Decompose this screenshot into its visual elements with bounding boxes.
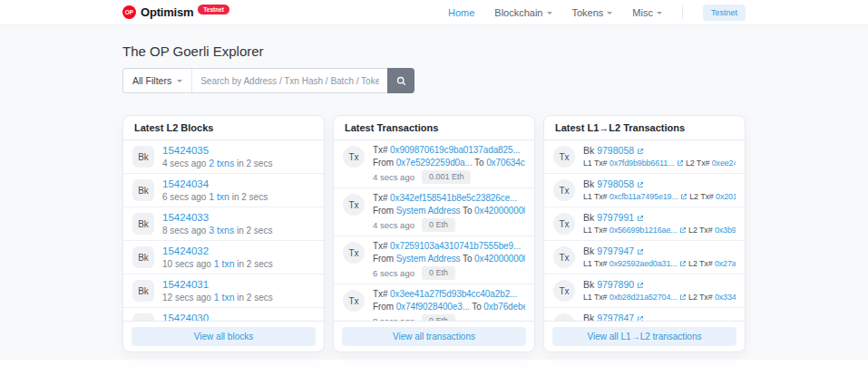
block-number-link[interactable]: 15424031 [162, 278, 315, 292]
l1l2-block-link[interactable]: 9797847 [597, 312, 634, 321]
l1l2-badge: Tx [553, 179, 575, 201]
l1-tx-link[interactable]: 0xb28d21a52704... [610, 293, 678, 302]
l2-tx-link[interactable]: 0x33444d069955... [715, 293, 736, 302]
nav-blockchain[interactable]: Blockchain [494, 7, 551, 18]
l1l2-bk-label: Bk [583, 279, 594, 290]
view-all-transactions-button[interactable]: View all transactions [342, 327, 526, 346]
l1l2-row: Tx Bk 9797947 [544, 241, 745, 274]
l2-tx-link[interactable]: 0xee243f1a72daf... [712, 159, 736, 168]
l1l2-row: Tx Bk 9797991 [544, 207, 745, 241]
external-link-icon[interactable] [637, 282, 644, 289]
nav-tokens-label: Tokens [572, 7, 604, 18]
latest-l1l2-card: Latest L1→L2 Transactions Tx Bk 9798058 [543, 115, 746, 352]
l1l2-block-link[interactable]: 9797947 [597, 245, 634, 256]
block-txns-link[interactable]: 2 txns [209, 158, 234, 168]
l2-tx-link[interactable]: 0x27a18ca38eea... [715, 259, 736, 268]
transaction-row: Tx Tx# 0x3ee41a27f5d93b4cc40a2b2... From… [334, 284, 534, 321]
external-link-icon[interactable] [679, 260, 687, 267]
external-link-icon[interactable] [637, 315, 644, 322]
view-all-l1l2-button[interactable]: View all L1→L2 transactions [552, 327, 736, 346]
block-number-link[interactable]: 15424034 [162, 178, 315, 191]
block-txns-link[interactable]: 1 txn [209, 191, 229, 202]
l2-tx-label: L2 Tx# [688, 259, 712, 268]
l1l2-block-link[interactable]: 9797890 [597, 279, 634, 290]
l1l2-bk-label: Bk [583, 145, 594, 156]
l1l2-bk-label: Bk [583, 312, 594, 321]
block-txns-link[interactable]: 3 txns [209, 225, 234, 236]
external-link-icon[interactable] [637, 148, 644, 155]
tx-hash-link[interactable]: 0x909870619c9ba0137ada825... [390, 145, 520, 155]
chevron-down-icon [177, 80, 182, 82]
nav-home[interactable]: Home [448, 7, 474, 18]
l2-tx-label: L2 Tx# [688, 226, 712, 235]
l2-tx-link[interactable]: 0x3b937f70fb8db... [715, 226, 736, 235]
tx-from-label: From [373, 302, 394, 312]
external-link-icon[interactable] [679, 293, 687, 301]
external-link-icon[interactable] [637, 248, 644, 255]
external-link-icon[interactable] [637, 181, 644, 188]
block-txns-link[interactable]: 1 txn [214, 258, 235, 269]
l1-tx-link[interactable]: 0x7fd9b9bb6611... [610, 159, 674, 168]
tx-hash-link[interactable]: 0x3ee41a27f5d93b4cc40a2b2... [390, 289, 517, 299]
external-link-icon[interactable] [637, 215, 644, 222]
l1-tx-label: L1 Tx# [583, 192, 607, 201]
nav-tokens[interactable]: Tokens [572, 7, 613, 18]
block-age: 10 secs ago [162, 259, 211, 269]
nav-home-label: Home [448, 7, 474, 18]
latest-transactions-card: Latest Transactions Tx Tx# 0x909870619c9… [333, 115, 535, 352]
brand[interactable]: OP Optimism Testnet [122, 5, 229, 19]
tx-from-link[interactable]: 0x74f9028400e3... [396, 302, 470, 312]
tx-to-link[interactable]: 0x420000000000... [474, 254, 525, 264]
search-bar: All Filters [122, 68, 414, 93]
block-row: Bk 15424035 4 secs ago 2 txns in 2 secs [123, 140, 324, 174]
tx-hash-link[interactable]: 0x7259103a4310741b7555be9... [390, 241, 521, 251]
l1-tx-link[interactable]: 0xcfb11a7495e19... [610, 192, 678, 201]
external-link-icon[interactable] [679, 226, 687, 234]
tx-to-link[interactable]: 0x70634c08c559... [486, 158, 525, 168]
nav-misc-label: Misc [632, 7, 653, 18]
latest-blocks-card: Latest L2 Blocks Bk 15424035 4 secs ago … [122, 115, 325, 352]
network-testnet-button[interactable]: Testnet [703, 5, 746, 21]
tx-hash-link[interactable]: 0x342ef158541b8e5c23826ce... [390, 193, 517, 203]
block-number-link[interactable]: 15424033 [162, 211, 315, 225]
block-number-link[interactable]: 15424035 [162, 144, 315, 158]
tx-from-link[interactable]: System Address [396, 254, 461, 264]
l1-tx-link[interactable]: 0x56699b1216ae... [610, 226, 678, 235]
block-txns-link[interactable]: 1 txn [214, 292, 235, 303]
tx-to-link[interactable]: 0xb76debe51517... [483, 302, 525, 312]
l1l2-badge: Tx [553, 280, 575, 302]
l1l2-block-link[interactable]: 9797991 [597, 212, 634, 223]
l1-tx-label: L1 Tx# [583, 259, 607, 268]
tx-from-label: From [373, 206, 394, 216]
transaction-badge: Tx [343, 242, 365, 264]
l1l2-block-link[interactable]: 9798058 [597, 145, 634, 156]
block-number-link[interactable]: 15424032 [162, 245, 315, 258]
l1l2-row: Tx Bk 9798058 [544, 174, 745, 207]
l1l2-row: Tx Bk 9797847 [544, 308, 745, 321]
block-number-link[interactable]: 15424030 [162, 312, 315, 321]
block-badge: Bk [132, 179, 154, 201]
search-button[interactable] [387, 68, 414, 93]
chevron-down-icon [657, 12, 662, 14]
block-duration: in 2 secs [237, 226, 272, 236]
external-link-icon[interactable] [680, 193, 688, 200]
all-filters-dropdown[interactable]: All Filters [123, 69, 192, 92]
external-link-icon[interactable] [677, 159, 684, 167]
block-duration: in 2 secs [237, 293, 272, 303]
l1l2-block-link[interactable]: 9798058 [597, 178, 634, 189]
tx-from-link[interactable]: 0x7e5292259d0a... [396, 158, 473, 168]
block-age: 4 secs ago [162, 159, 206, 168]
search-input[interactable] [192, 69, 387, 92]
block-badge: Bk [132, 213, 154, 235]
block-age: 6 secs ago [162, 192, 206, 202]
l1l2-row: Tx Bk 9798058 [544, 140, 745, 174]
latest-blocks-title: Latest L2 Blocks [123, 116, 324, 140]
main-nav: Home Blockchain Tokens Misc Testnet [448, 5, 746, 21]
latest-transactions-title: Latest Transactions [334, 116, 534, 140]
l1-tx-link[interactable]: 0x92592aed0a31... [610, 259, 678, 268]
tx-from-link[interactable]: System Address [396, 206, 461, 216]
l2-tx-link[interactable]: 0x201376f57a8d... [716, 192, 736, 201]
tx-to-link[interactable]: 0x420000000000... [474, 206, 525, 216]
view-all-blocks-button[interactable]: View all blocks [132, 327, 316, 346]
nav-misc[interactable]: Misc [632, 7, 662, 18]
